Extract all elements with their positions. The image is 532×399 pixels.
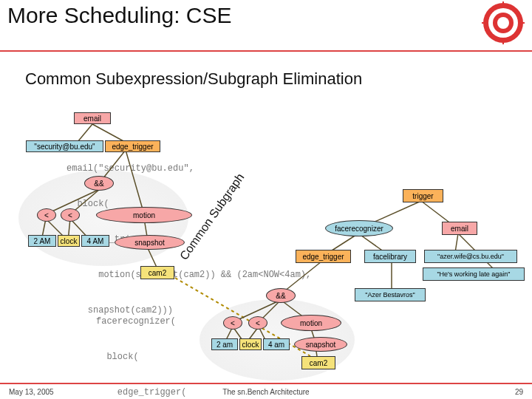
node-cam2: cam2 xyxy=(140,266,174,279)
node-label: clock xyxy=(242,341,259,349)
node-label: 4 AM xyxy=(87,237,104,245)
code-line: email("security@bu.edu", xyxy=(66,163,311,174)
logo-icon xyxy=(482,1,525,44)
node-2am: 2 AM xyxy=(28,235,56,247)
node-and: && xyxy=(84,176,114,191)
node-label: clock xyxy=(61,237,78,245)
code-line: block( xyxy=(96,351,399,363)
node-4am: 4 am xyxy=(263,338,290,350)
code-line: motion(snapshot(cam2)) && (2am<NOW<4am), xyxy=(66,269,311,281)
node-label: email xyxy=(451,225,468,233)
node-label: "azer.wife@cs.bu.edu" xyxy=(437,253,504,260)
footer-center: The sn.Bench Architecture xyxy=(0,388,532,396)
slide-title: More Scheduling: CSE xyxy=(7,3,232,28)
red-rule xyxy=(0,50,532,52)
node-4am: 4 AM xyxy=(81,235,109,247)
node-email: email xyxy=(74,112,111,124)
slide: More Scheduling: CSE Common Subexpressio… xyxy=(0,0,532,399)
node-label: && xyxy=(276,292,285,300)
node-label: < xyxy=(231,319,235,327)
node-label: motion xyxy=(300,319,322,327)
node-motion: motion xyxy=(96,207,192,223)
page-number: 29 xyxy=(515,388,523,396)
node-edge-trigger: edge_trigger xyxy=(105,140,160,152)
node-label: < xyxy=(256,319,260,327)
node-label: facelibrary xyxy=(373,253,407,261)
node-label: 2 am xyxy=(216,341,233,349)
node-label: < xyxy=(44,211,49,219)
node-label: < xyxy=(68,211,72,219)
node-label: "He's working late again" xyxy=(437,270,510,278)
node-clock: clock xyxy=(239,338,262,350)
node-lt: < xyxy=(61,208,80,222)
node-wife-email: "azer.wife@cs.bu.edu" xyxy=(424,250,517,263)
node-label: && xyxy=(94,180,103,188)
node-snapshot: snapshot xyxy=(294,337,347,352)
node-label: cam2 xyxy=(310,359,327,367)
node-label: email xyxy=(83,115,101,123)
node-lt: < xyxy=(248,316,267,330)
node-and: && xyxy=(266,288,296,303)
footer-rule xyxy=(0,383,532,384)
code-line: block( xyxy=(66,198,311,210)
node-motion: motion xyxy=(281,315,341,331)
node-label: edge_trigger xyxy=(112,143,153,151)
node-facerecognizer: facerecognizer xyxy=(325,220,393,236)
node-label: "security@bu.edu" xyxy=(34,143,95,151)
svg-point-3 xyxy=(497,17,509,29)
node-facelibrary: facelibrary xyxy=(364,250,416,263)
node-snapshot: snapshot xyxy=(115,235,185,250)
node-label: "Azer Bestavros" xyxy=(365,291,415,299)
node-security: "security@bu.edu" xyxy=(26,140,103,152)
node-label: edge_trigger xyxy=(302,253,344,261)
node-lt: < xyxy=(223,316,242,330)
node-label: trigger xyxy=(412,192,433,200)
node-azer: "Azer Bestavros" xyxy=(355,288,426,301)
node-lt: < xyxy=(37,208,56,222)
node-label: 2 AM xyxy=(34,237,51,245)
node-clock: clock xyxy=(58,235,80,247)
node-label: 4 am xyxy=(268,341,284,349)
node-cam2: cam2 xyxy=(301,356,335,369)
node-label: motion xyxy=(133,211,155,219)
node-label: snapshot xyxy=(306,341,336,349)
node-email: email xyxy=(442,222,477,235)
node-2am: 2 am xyxy=(211,338,238,350)
node-late-msg: "He's working late again" xyxy=(423,267,525,281)
node-edge-trigger: edge_trigger xyxy=(296,250,351,263)
node-label: facerecognizer xyxy=(335,225,383,233)
node-label: cam2 xyxy=(149,269,166,277)
node-label: snapshot xyxy=(134,239,165,247)
node-trigger: trigger xyxy=(403,189,443,202)
slide-subtitle: Common Subexpression/Subgraph Eliminatio… xyxy=(25,69,362,89)
